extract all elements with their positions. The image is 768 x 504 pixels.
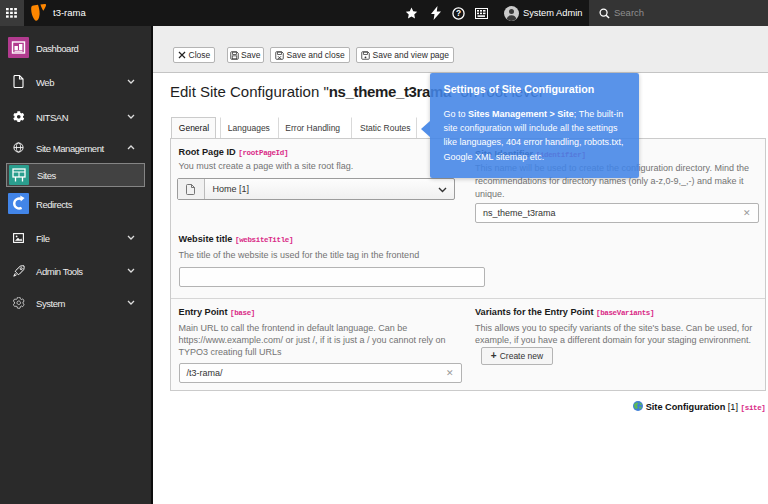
svg-text:?: ? bbox=[455, 8, 460, 18]
